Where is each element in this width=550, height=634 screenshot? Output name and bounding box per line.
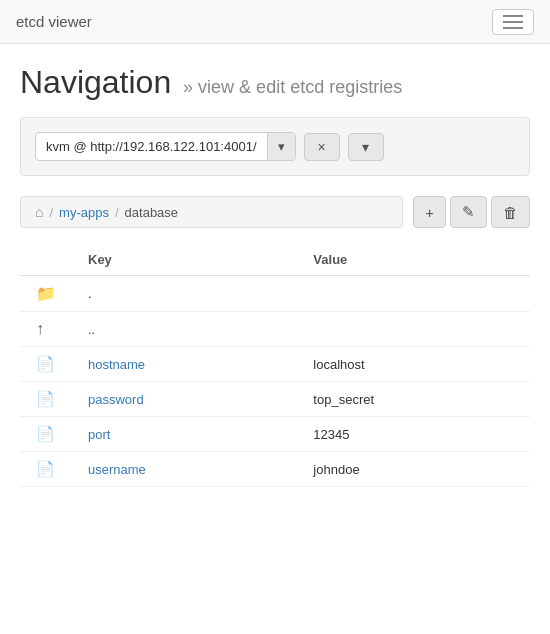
row-icon: 📄 — [20, 452, 72, 487]
key-link[interactable]: username — [88, 462, 146, 477]
row-icon: 📄 — [20, 417, 72, 452]
table-row: 📁. — [20, 276, 530, 312]
row-key[interactable]: password — [72, 382, 297, 417]
connection-select-wrapper: kvm @ http://192.168.122.101:4001/ ▾ — [35, 132, 296, 161]
navbar: etcd viewer — [0, 0, 550, 44]
row-key: . — [72, 276, 297, 312]
breadcrumb-item-my-apps[interactable]: my-apps — [59, 205, 109, 220]
connection-dropdown-button[interactable]: ▾ — [267, 133, 295, 160]
page-title: Navigation — [20, 64, 171, 100]
table-row: ↑.. — [20, 312, 530, 347]
row-value: top_secret — [297, 382, 530, 417]
connection-value: kvm @ http://192.168.122.101:4001/ — [36, 133, 267, 160]
row-icon: ↑ — [20, 312, 72, 347]
row-value: johndoe — [297, 452, 530, 487]
breadcrumb-separator-1: / — [49, 205, 53, 220]
table-row: 📄hostnamelocalhost — [20, 347, 530, 382]
row-icon: 📁 — [20, 276, 72, 312]
breadcrumb: ⌂ / my-apps / database — [20, 196, 403, 228]
table-row: 📄passwordtop_secret — [20, 382, 530, 417]
row-value: localhost — [297, 347, 530, 382]
table-wrapper: Key Value 📁.↑..📄hostnamelocalhost📄passwo… — [20, 244, 530, 487]
row-icon: 📄 — [20, 382, 72, 417]
document-icon: 📄 — [36, 425, 55, 442]
document-icon: 📄 — [36, 390, 55, 407]
action-buttons: + ✎ 🗑 — [413, 196, 530, 228]
row-key[interactable]: username — [72, 452, 297, 487]
toggle-bar-1 — [503, 15, 523, 17]
data-table: Key Value 📁.↑..📄hostnamelocalhost📄passwo… — [20, 244, 530, 487]
folder-icon: 📁 — [36, 285, 56, 302]
col-icon — [20, 244, 72, 276]
key-link[interactable]: hostname — [88, 357, 145, 372]
table-header: Key Value — [20, 244, 530, 276]
toggle-bar-2 — [503, 21, 523, 23]
key-link[interactable]: port — [88, 427, 110, 442]
row-value: 12345 — [297, 417, 530, 452]
connection-clear-button[interactable]: × — [304, 133, 340, 161]
home-icon[interactable]: ⌂ — [35, 204, 43, 220]
row-icon: 📄 — [20, 347, 72, 382]
row-value — [297, 312, 530, 347]
col-value: Value — [297, 244, 530, 276]
breadcrumb-item-database: database — [125, 205, 179, 220]
app-brand: etcd viewer — [16, 13, 92, 30]
edit-button[interactable]: ✎ — [450, 196, 487, 228]
up-icon: ↑ — [36, 320, 44, 337]
page-subtitle: » view & edit etcd registries — [183, 77, 402, 97]
document-icon: 📄 — [36, 460, 55, 477]
table-row: 📄usernamejohndoe — [20, 452, 530, 487]
nav-section: ⌂ / my-apps / database + ✎ 🗑 — [20, 196, 530, 228]
key-link[interactable]: password — [88, 392, 144, 407]
toggle-bar-3 — [503, 27, 523, 29]
table-body: 📁.↑..📄hostnamelocalhost📄passwordtop_secr… — [20, 276, 530, 487]
row-value — [297, 276, 530, 312]
connection-expand-button[interactable]: ▾ — [348, 133, 384, 161]
row-key[interactable]: hostname — [72, 347, 297, 382]
document-icon: 📄 — [36, 355, 55, 372]
row-key[interactable]: port — [72, 417, 297, 452]
add-button[interactable]: + — [413, 196, 446, 228]
col-key: Key — [72, 244, 297, 276]
table-row: 📄port12345 — [20, 417, 530, 452]
delete-button[interactable]: 🗑 — [491, 196, 530, 228]
connection-bar: kvm @ http://192.168.122.101:4001/ ▾ × ▾ — [20, 117, 530, 176]
breadcrumb-separator-2: / — [115, 205, 119, 220]
page-heading: Navigation » view & edit etcd registries — [0, 44, 550, 117]
row-key: .. — [72, 312, 297, 347]
nav-toggle-button[interactable] — [492, 9, 534, 35]
